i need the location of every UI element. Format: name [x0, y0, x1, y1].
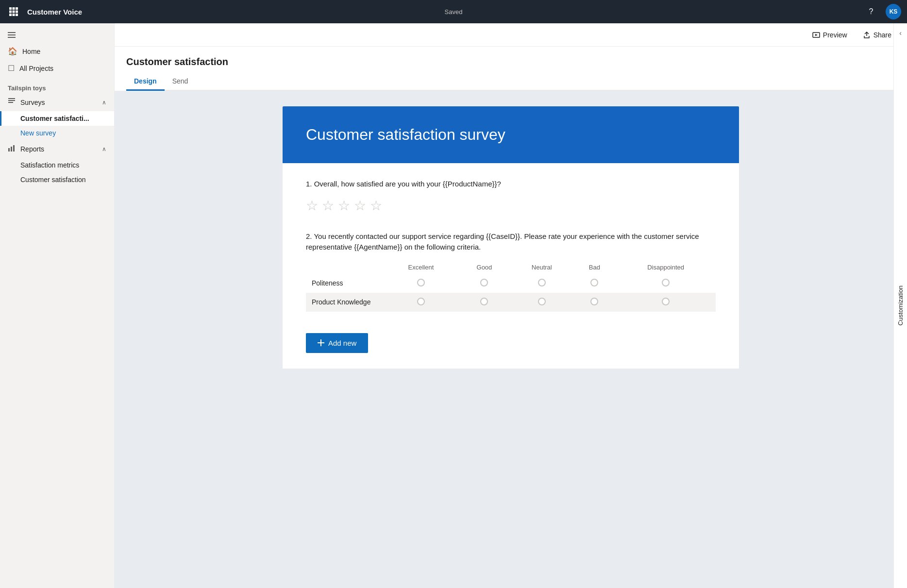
- sidebar-toggle[interactable]: [0, 27, 114, 43]
- app-title: Customer Voice: [27, 8, 82, 16]
- row-label-product-knowledge: Product Knowledge: [306, 293, 384, 312]
- sidebar-item-new-survey[interactable]: New survey: [0, 126, 114, 140]
- radio-politeness-neutral[interactable]: [538, 279, 546, 286]
- sidebar-item-customer-satisfaction[interactable]: Customer satisfaction: [0, 172, 114, 187]
- avatar[interactable]: KS: [886, 4, 901, 19]
- customer-satisfaction-label: Customer satisfaction: [20, 176, 86, 184]
- top-nav: Customer Voice Saved ? KS: [0, 0, 907, 23]
- customization-label: Customization: [897, 286, 904, 325]
- rating-table-header: Excellent Good Neutral Bad Disappointed: [306, 261, 716, 274]
- help-button[interactable]: ?: [864, 5, 878, 18]
- radio-productknowledge-disappointed[interactable]: [662, 298, 670, 305]
- svg-rect-11: [8, 37, 16, 38]
- survey-main-title: Customer satisfaction survey: [306, 126, 716, 144]
- radio-productknowledge-bad[interactable]: [590, 298, 598, 305]
- projects-icon: ☐: [8, 64, 15, 73]
- col-empty: [306, 261, 384, 274]
- row-label-politeness: Politeness: [306, 274, 384, 293]
- share-button[interactable]: Share: [859, 29, 895, 41]
- waffle-icon[interactable]: [6, 4, 21, 19]
- add-new-label: Add new: [328, 339, 356, 347]
- new-survey-label: New survey: [20, 129, 56, 137]
- current-survey-label: Customer satisfacti...: [20, 115, 89, 122]
- question-2-text: 2. You recently contacted our support se…: [306, 231, 716, 253]
- sidebar-item-home[interactable]: 🏠 Home: [0, 43, 114, 60]
- surveys-chevron: ∧: [102, 99, 106, 106]
- svg-rect-9: [8, 32, 16, 33]
- main-content: Preview Share Customer satisfaction Desi…: [115, 23, 907, 588]
- survey-header-card: Customer satisfaction survey: [283, 106, 739, 163]
- preview-button[interactable]: Preview: [808, 29, 851, 41]
- question-1-block: 1. Overall, how satisfied are you with y…: [306, 179, 716, 214]
- radio-politeness-good[interactable]: [480, 279, 488, 286]
- svg-rect-12: [8, 98, 15, 99]
- svg-rect-3: [9, 11, 12, 13]
- star-1[interactable]: ☆: [306, 198, 318, 214]
- svg-rect-8: [16, 14, 18, 16]
- surveys-label: Surveys: [20, 99, 45, 106]
- content-header: Preview Share: [115, 23, 907, 47]
- surveys-group-header[interactable]: Surveys ∧: [0, 94, 114, 111]
- svg-rect-14: [8, 102, 13, 103]
- layout: 🏠 Home ☐ All Projects Tailspin toys Surv…: [0, 23, 907, 588]
- svg-rect-16: [11, 147, 12, 151]
- star-3[interactable]: ☆: [338, 198, 350, 214]
- tab-send[interactable]: Send: [165, 73, 196, 90]
- survey-area: Customer satisfaction survey 1. Overall,…: [115, 91, 907, 588]
- sidebar-item-satisfaction-metrics[interactable]: Satisfaction metrics: [0, 158, 114, 172]
- reports-chevron: ∧: [102, 146, 106, 152]
- star-2[interactable]: ☆: [322, 198, 334, 214]
- col-good: Good: [458, 261, 510, 274]
- sidebar-item-current-survey[interactable]: Customer satisfacti...: [0, 111, 114, 126]
- question-1-text: 1. Overall, how satisfied are you with y…: [306, 179, 716, 190]
- satisfaction-metrics-label: Satisfaction metrics: [20, 161, 79, 169]
- star-4[interactable]: ☆: [354, 198, 366, 214]
- radio-productknowledge-neutral[interactable]: [538, 298, 546, 305]
- radio-politeness-disappointed[interactable]: [662, 279, 670, 286]
- all-projects-label: All Projects: [19, 65, 53, 72]
- radio-productknowledge-excellent[interactable]: [417, 298, 425, 305]
- svg-rect-4: [13, 11, 15, 13]
- svg-rect-17: [13, 145, 15, 151]
- nav-right: ? KS: [864, 4, 901, 19]
- survey-title-bar: Customer satisfaction Design Send: [115, 47, 907, 91]
- svg-rect-7: [13, 14, 15, 16]
- reports-group-header[interactable]: Reports ∧: [0, 140, 114, 158]
- customization-panel[interactable]: ‹ Customization: [893, 23, 907, 588]
- col-disappointed: Disappointed: [616, 261, 716, 274]
- survey-panel: Customer satisfaction survey 1. Overall,…: [283, 106, 739, 369]
- star-rating[interactable]: ☆ ☆ ☆ ☆ ☆: [306, 198, 716, 214]
- home-label: Home: [22, 48, 40, 55]
- svg-marker-19: [815, 34, 818, 36]
- svg-rect-1: [13, 7, 15, 10]
- col-bad: Bad: [573, 261, 616, 274]
- customization-chevron-icon: ‹: [899, 29, 902, 37]
- svg-rect-6: [9, 14, 12, 16]
- project-name: Tailspin toys: [0, 81, 114, 94]
- tab-design[interactable]: Design: [126, 73, 165, 90]
- sidebar-top: 🏠 Home ☐ All Projects: [0, 23, 114, 81]
- reports-label: Reports: [20, 145, 44, 153]
- add-new-button[interactable]: Add new: [306, 333, 368, 353]
- svg-rect-21: [318, 342, 324, 343]
- table-row: Politeness: [306, 274, 716, 293]
- radio-politeness-bad[interactable]: [590, 279, 598, 286]
- svg-rect-2: [16, 7, 18, 10]
- radio-politeness-excellent[interactable]: [417, 279, 425, 286]
- survey-body-card: 1. Overall, how satisfied are you with y…: [283, 163, 739, 369]
- tabs: Design Send: [126, 73, 895, 91]
- radio-productknowledge-good[interactable]: [480, 298, 488, 305]
- surveys-icon: [8, 98, 16, 107]
- svg-rect-5: [16, 11, 18, 13]
- star-5[interactable]: ☆: [370, 198, 382, 214]
- saved-status: Saved: [445, 8, 463, 16]
- col-neutral: Neutral: [510, 261, 573, 274]
- table-row: Product Knowledge: [306, 293, 716, 312]
- sidebar-item-all-projects[interactable]: ☐ All Projects: [0, 60, 114, 77]
- svg-rect-15: [8, 148, 10, 151]
- reports-icon: [8, 144, 16, 154]
- svg-rect-10: [8, 34, 16, 35]
- rating-table: Excellent Good Neutral Bad Disappointed …: [306, 261, 716, 312]
- svg-rect-0: [9, 7, 12, 10]
- sidebar: 🏠 Home ☐ All Projects Tailspin toys Surv…: [0, 23, 115, 588]
